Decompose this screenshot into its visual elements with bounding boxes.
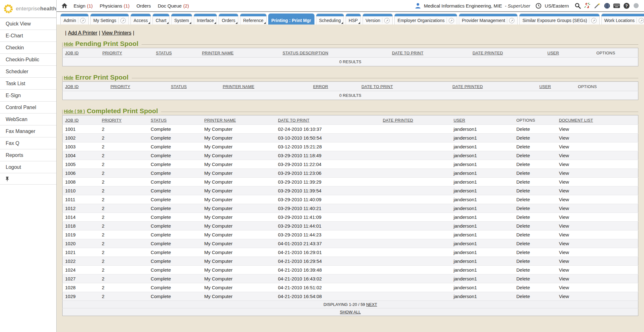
delete-link[interactable]: Delete <box>516 241 530 246</box>
delete-link[interactable]: Delete <box>516 197 530 202</box>
error-hide-link[interactable]: Hide <box>64 75 73 80</box>
delete-link[interactable]: Delete <box>516 135 530 141</box>
sidebar-item-scheduler[interactable]: Scheduler <box>0 66 56 78</box>
sort-link[interactable]: STATUS <box>156 51 172 55</box>
globe-icon[interactable] <box>603 2 610 9</box>
delete-link[interactable]: Delete <box>516 294 530 299</box>
tab-admin[interactable]: Admin↗ <box>60 14 89 25</box>
tab-system[interactable]: System <box>171 14 192 25</box>
sort-link[interactable]: STATUS <box>171 84 187 89</box>
top-nav-orders[interactable]: Orders <box>136 3 151 8</box>
view-link[interactable]: View <box>559 294 569 299</box>
view-link[interactable]: View <box>559 162 569 167</box>
wand-icon[interactable] <box>594 2 601 9</box>
top-nav-physicians[interactable]: Physicians(1) <box>100 3 130 8</box>
delete-link[interactable]: Delete <box>516 258 530 264</box>
sort-link[interactable]: DATE TO PRINT <box>392 51 423 55</box>
view-link[interactable]: View <box>559 188 569 193</box>
keyboard-icon[interactable] <box>613 2 620 9</box>
sidebar-pin-item[interactable] <box>0 173 56 185</box>
tab-interface[interactable]: Interface <box>194 14 217 25</box>
sort-link[interactable]: PRINTER NAME <box>204 118 236 123</box>
home-icon[interactable] <box>61 2 68 9</box>
help-icon[interactable]: ? <box>623 2 630 9</box>
tab-similar-exposure-groups-segs[interactable]: Similar Exposure Groups (SEGs)↗ <box>519 14 599 25</box>
sidebar-item-checkin[interactable]: Checkin <box>0 42 56 54</box>
delete-link[interactable]: Delete <box>516 232 530 237</box>
view-link[interactable]: View <box>559 170 569 176</box>
completed-hide-link[interactable]: Hide ( 59 ) <box>64 109 85 114</box>
broken-link-icon[interactable] <box>584 2 591 9</box>
sort-link[interactable]: DATE PRINTED <box>383 118 413 123</box>
tab-printing-print-mgr[interactable]: Printing : Print Mgr <box>268 14 314 25</box>
delete-link[interactable]: Delete <box>516 214 530 220</box>
view-link[interactable]: View <box>559 197 569 202</box>
delete-link[interactable]: Delete <box>516 170 530 176</box>
tab-employer-organizations[interactable]: Employer Organizations↗ <box>394 14 457 25</box>
sidebar-item-checkin-public[interactable]: Checkin-Public <box>0 54 56 66</box>
sort-link[interactable]: STATUS <box>151 118 167 123</box>
view-link[interactable]: View <box>559 250 569 255</box>
sort-link[interactable]: PRIORITY <box>103 51 122 55</box>
delete-link[interactable]: Delete <box>516 206 530 211</box>
tab-version[interactable]: Version↗ <box>363 14 393 25</box>
delete-link[interactable]: Delete <box>516 223 530 229</box>
view-link[interactable]: View <box>559 276 569 281</box>
view-link[interactable]: View <box>559 232 569 237</box>
sort-link[interactable]: DOCUMENT LIST <box>559 118 593 123</box>
sort-link[interactable]: DATE PRINTED <box>452 84 483 89</box>
sort-link[interactable]: PRIORITY <box>110 84 130 89</box>
add-a-printer-link[interactable]: Add A Printer <box>68 30 97 36</box>
next-link[interactable]: NEXT <box>366 302 377 307</box>
sidebar-item-webscan[interactable]: WebScan <box>0 113 56 125</box>
tab-provider-management[interactable]: Provider Management↗ <box>459 14 518 25</box>
view-link[interactable]: View <box>559 285 569 290</box>
delete-link[interactable]: Delete <box>516 144 530 149</box>
sort-link[interactable]: STATUS DESCRIPTION <box>283 51 328 55</box>
tab-my-settings[interactable]: My Settings↗ <box>90 14 129 25</box>
sidebar-item-reports[interactable]: Reports <box>0 149 56 161</box>
tab-reference[interactable]: Reference <box>240 14 267 25</box>
search-icon[interactable] <box>574 2 581 9</box>
top-nav-doc-queue[interactable]: Doc Queue(2) <box>158 3 189 8</box>
sidebar-item-logout[interactable]: Logout <box>0 161 56 173</box>
sidebar-item-task-list[interactable]: Task List <box>0 78 56 90</box>
sort-link[interactable]: PRINTER NAME <box>202 51 234 55</box>
tab-work-locations[interactable]: Work Locations↗ <box>601 14 644 25</box>
delete-link[interactable]: Delete <box>516 162 530 167</box>
top-nav-esign[interactable]: Esign(1) <box>74 3 93 8</box>
sort-link[interactable]: DATE TO PRINT <box>278 118 309 123</box>
sort-link[interactable]: JOB ID <box>65 118 79 123</box>
view-link[interactable]: View <box>559 144 569 149</box>
view-link[interactable]: View <box>559 258 569 264</box>
delete-link[interactable]: Delete <box>516 126 530 132</box>
delete-link[interactable]: Delete <box>516 188 530 193</box>
delete-link[interactable]: Delete <box>516 250 530 255</box>
sort-link[interactable]: USER <box>547 51 559 55</box>
pending-hide-link[interactable]: Hide <box>64 42 73 47</box>
show-all-link[interactable]: SHOW ALL <box>340 310 361 314</box>
sidebar-item-e-chart[interactable]: E-Chart <box>0 30 56 42</box>
clock-icon[interactable] <box>535 2 542 9</box>
sort-link[interactable]: JOB ID <box>65 84 79 89</box>
view-link[interactable]: View <box>559 153 569 158</box>
delete-link[interactable]: Delete <box>516 179 530 185</box>
sidebar-item-quick-view[interactable]: Quick View <box>0 18 56 30</box>
sort-link[interactable]: PRINTER NAME <box>223 84 254 89</box>
sort-link[interactable]: DATE PRINTED <box>473 51 503 55</box>
view-link[interactable]: View <box>559 126 569 132</box>
delete-link[interactable]: Delete <box>516 153 530 158</box>
delete-link[interactable]: Delete <box>516 267 530 273</box>
view-link[interactable]: View <box>559 223 569 229</box>
tab-hsp[interactable]: HSP <box>346 14 361 25</box>
presence-icon[interactable] <box>633 2 640 9</box>
view-link[interactable]: View <box>559 241 569 246</box>
view-link[interactable]: View <box>559 267 569 273</box>
sort-link[interactable]: DATE TO PRINT <box>361 84 393 89</box>
sort-link[interactable]: JOB ID <box>65 51 79 55</box>
sidebar-item-fax-manager[interactable]: Fax Manager <box>0 125 56 137</box>
sort-link[interactable]: PRIORITY <box>102 118 122 123</box>
tab-scheduling[interactable]: Scheduling <box>316 14 344 25</box>
sort-link[interactable]: USER <box>453 118 465 123</box>
delete-link[interactable]: Delete <box>516 276 530 281</box>
